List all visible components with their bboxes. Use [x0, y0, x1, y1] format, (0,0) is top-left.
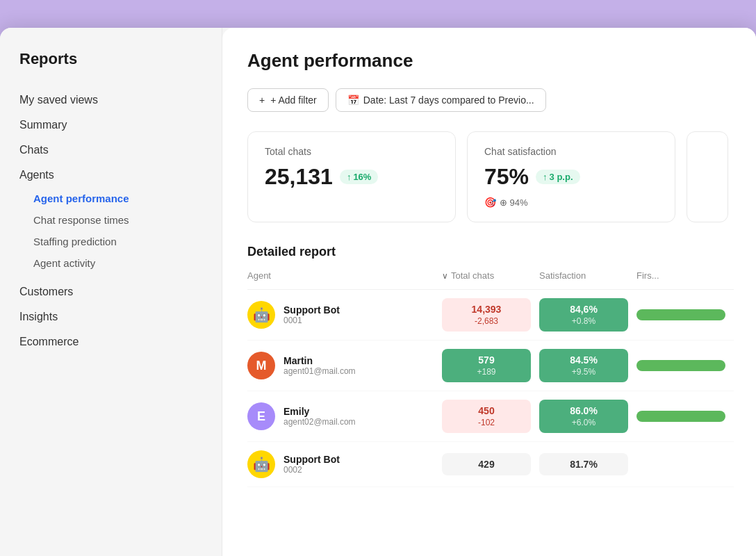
table-row: M Martin agent01@mail.com 579 +189	[247, 341, 734, 391]
th-satisfaction: Satisfaction	[539, 270, 636, 290]
total-chats-change-2: -102	[452, 418, 521, 427]
total-chats-cell-1: 579 +189	[442, 341, 539, 391]
sidebar: Reports My saved views Summary Chats Age…	[0, 28, 222, 556]
sidebar-sub-item-agent-performance[interactable]: Agent performance	[19, 188, 222, 209]
agent-cell-1: M Martin agent01@mail.com	[247, 341, 442, 391]
bot-icon-1: 🤖	[253, 306, 270, 323]
total-chats-primary-1: 579	[452, 354, 521, 366]
total-chats-change-0: -2,683	[452, 316, 521, 326]
satisfaction-value-2: 86.0% +6.0%	[539, 400, 628, 433]
avatar-martin: M	[247, 352, 275, 379]
stat-total-chats-label: Total chats	[265, 146, 436, 157]
satisfaction-value-1: 84.5% +9.5%	[539, 349, 628, 382]
avatar-emily: E	[247, 402, 275, 430]
plus-icon: +	[259, 95, 265, 106]
satisfaction-primary-3: 81.7%	[549, 459, 618, 470]
stat-chat-satisfaction-sub-value: ⊕ 94%	[500, 197, 528, 208]
sidebar-item-summary[interactable]: Summary	[19, 113, 222, 138]
table-row: 🤖 Support Bot 0002 429	[247, 442, 734, 487]
sidebar-sub-item-chat-response[interactable]: Chat response times	[19, 209, 222, 231]
detailed-report-title: Detailed report	[247, 245, 734, 259]
bot-icon-2: 🤖	[253, 456, 270, 473]
date-filter-button[interactable]: 📅 Date: Last 7 days compared to Previo..…	[336, 88, 546, 112]
satisfaction-change-2: +6.0%	[549, 418, 618, 427]
table-row: E Emily agent02@mail.com 450 -102	[247, 391, 734, 442]
agent-cell-3: 🤖 Support Bot 0002	[247, 442, 442, 487]
th-first-label: Firs...	[636, 270, 659, 281]
stat-card-third	[687, 131, 728, 222]
first-cell-1	[636, 341, 734, 391]
agent-info-3: Support Bot 0002	[284, 454, 340, 475]
total-chats-primary-0: 14,393	[452, 304, 521, 315]
agent-sub-3: 0002	[284, 465, 340, 475]
avatar-support-bot-2: 🤖	[247, 450, 275, 478]
report-table: Agent ∨ Total chats Satisfaction Firs...	[247, 270, 734, 487]
agent-cell-2: E Emily agent02@mail.com	[247, 391, 442, 442]
total-chats-cell-2: 450 -102	[442, 391, 539, 442]
satisfaction-cell-3: 81.7%	[539, 442, 636, 487]
stat-chat-satisfaction-badge: ↑ 3 p.p.	[536, 170, 580, 184]
agent-sub-1: agent01@mail.com	[284, 366, 356, 376]
total-chats-value-3: 429	[442, 453, 531, 475]
stat-total-chats-badge: ↑ 16%	[340, 170, 379, 184]
satisfaction-change-0: +0.8%	[549, 316, 618, 326]
agent-sub-2: agent02@mail.com	[284, 417, 356, 427]
sidebar-sub-item-staffing[interactable]: Staffing prediction	[19, 231, 222, 252]
stat-chat-satisfaction-badge-text: 3 p.p.	[550, 172, 573, 182]
first-cell-2	[636, 391, 734, 442]
stat-card-total-chats: Total chats 25,131 ↑ 16%	[247, 131, 456, 222]
sidebar-item-customers[interactable]: Customers	[19, 279, 222, 304]
sidebar-item-agents[interactable]: Agents	[19, 163, 222, 188]
avatar-support-bot-1: 🤖	[247, 301, 275, 329]
main-content: Agent performance + + Add filter 📅 Date:…	[222, 28, 756, 556]
th-satisfaction-label: Satisfaction	[539, 270, 586, 281]
stat-chat-satisfaction-value-row: 75% ↑ 3 p.p.	[484, 164, 655, 190]
th-total-chats[interactable]: ∨ Total chats	[442, 270, 539, 290]
date-filter-label: Date: Last 7 days compared to Previo...	[363, 95, 534, 106]
sort-down-icon: ∨	[442, 271, 448, 281]
first-cell-0	[636, 290, 734, 341]
satisfaction-change-1: +9.5%	[549, 367, 618, 377]
satisfaction-value-3: 81.7%	[539, 453, 628, 475]
satisfaction-primary-0: 84,6%	[549, 304, 618, 315]
total-chats-change-1: +189	[452, 367, 521, 377]
agent-name-2: Emily	[284, 406, 356, 417]
first-value-0	[636, 309, 725, 320]
stat-chat-satisfaction-value: 75%	[484, 164, 529, 190]
total-chats-cell-0: 14,393 -2,683	[442, 290, 539, 341]
sidebar-item-insights[interactable]: Insights	[19, 304, 222, 329]
filters-row: + + Add filter 📅 Date: Last 7 days compa…	[247, 88, 734, 112]
agent-sub-0: 0001	[284, 316, 340, 325]
stat-chat-satisfaction-label: Chat satisfaction	[484, 146, 655, 157]
app-container: Reports My saved views Summary Chats Age…	[0, 28, 756, 556]
stat-card-chat-satisfaction: Chat satisfaction 75% ↑ 3 p.p. 🎯 ⊕ 94%	[467, 131, 675, 222]
total-chats-value-1: 579 +189	[442, 349, 531, 382]
total-chats-primary-2: 450	[452, 405, 521, 416]
up-arrow-icon: ↑	[347, 172, 352, 182]
sidebar-sub-item-agent-activity[interactable]: Agent activity	[19, 252, 222, 274]
th-total-chats-label: Total chats	[451, 270, 494, 281]
agent-info-0: Support Bot 0001	[284, 304, 340, 325]
sidebar-item-chats[interactable]: Chats	[19, 138, 222, 163]
sidebar-item-saved-views[interactable]: My saved views	[19, 88, 222, 113]
first-value-2	[636, 411, 725, 422]
stat-total-chats-value-row: 25,131 ↑ 16%	[265, 164, 436, 190]
th-agent-label: Agent	[247, 270, 271, 281]
page-title: Agent performance	[247, 50, 734, 72]
table-row: 🤖 Support Bot 0001 14,393 -2,683	[247, 290, 734, 341]
agent-name-3: Support Bot	[284, 454, 340, 465]
first-value-1	[636, 360, 725, 371]
sidebar-item-ecommerce[interactable]: Ecommerce	[19, 329, 222, 354]
satisfaction-primary-1: 84.5%	[549, 354, 618, 366]
up-arrow-icon-2: ↑	[543, 172, 548, 182]
sidebar-title: Reports	[19, 50, 222, 68]
add-filter-button[interactable]: + + Add filter	[247, 88, 329, 112]
agent-info-1: Martin agent01@mail.com	[284, 355, 356, 376]
agent-name-0: Support Bot	[284, 304, 340, 316]
total-chats-value-0: 14,393 -2,683	[442, 298, 531, 332]
first-cell-3	[636, 442, 734, 487]
stat-total-chats-badge-text: 16%	[353, 172, 371, 182]
target-icon: 🎯	[484, 197, 496, 208]
satisfaction-value-0: 84,6% +0.8%	[539, 298, 628, 332]
total-chats-cell-3: 429	[442, 442, 539, 487]
